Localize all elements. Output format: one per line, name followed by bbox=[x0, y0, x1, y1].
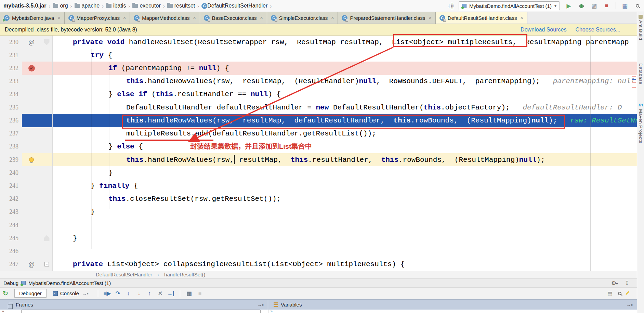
breadcrumb-item-executor[interactable]: executor bbox=[132, 3, 160, 9]
gutter-icons[interactable] bbox=[22, 245, 41, 258]
fold-minus-icon[interactable]: − bbox=[44, 262, 49, 266]
editor-tab[interactable]: CSimpleExecutor.class× bbox=[267, 12, 338, 24]
stripe-mark[interactable] bbox=[632, 76, 636, 77]
fold-gutter[interactable] bbox=[41, 114, 53, 127]
fold-gutter[interactable] bbox=[41, 49, 53, 62]
editor-tab[interactable]: CMybatisDemo.java× bbox=[0, 12, 65, 24]
chevron-right-icon[interactable]: » bbox=[2, 310, 4, 313]
gutter-icons[interactable] bbox=[22, 75, 41, 88]
close-icon[interactable]: × bbox=[429, 15, 432, 21]
chevron-right-icon[interactable]: » bbox=[270, 310, 273, 313]
gear-icon[interactable]: ⚙▾ bbox=[611, 280, 618, 286]
fold-gutter[interactable] bbox=[41, 127, 53, 140]
bytecode-sort-icon[interactable]: ↓011001 bbox=[448, 2, 454, 10]
popout-icon[interactable]: →▪ bbox=[257, 302, 264, 308]
debug-button[interactable] bbox=[578, 2, 585, 10]
breadcrumb-item-ibatis[interactable]: ibatis bbox=[106, 3, 126, 9]
editor-tab[interactable]: CBaseExecutor.class× bbox=[200, 12, 267, 24]
search-icon[interactable] bbox=[634, 2, 641, 10]
code-text[interactable]: this.handleRowValues(rsw, resultMap, def… bbox=[53, 114, 637, 127]
editor-tab[interactable]: CDefaultResultSetHandler.class× bbox=[436, 12, 527, 24]
breakpoint-icon[interactable]: ✓ bbox=[28, 65, 35, 71]
fold-gutter[interactable] bbox=[41, 245, 53, 258]
fold-close-icon[interactable] bbox=[44, 235, 50, 241]
code-text[interactable] bbox=[53, 245, 637, 258]
tab-debugger[interactable]: Debugger bbox=[14, 289, 47, 298]
fold-gutter[interactable] bbox=[41, 232, 53, 245]
code-text[interactable]: private void handleResultSet(ResultSetWr… bbox=[53, 36, 637, 49]
fold-open-icon[interactable] bbox=[44, 39, 50, 45]
tab-console[interactable]: ›_ Console →▪ bbox=[48, 289, 93, 298]
code-text[interactable]: this.handleRowValues(rsw, resultMap, (Re… bbox=[53, 75, 637, 88]
thread-dump-icon[interactable]: ▤ bbox=[607, 290, 613, 297]
run-config-select[interactable]: MybatisDemo.findAllAccountTest (1) ▾ bbox=[459, 1, 560, 10]
gutter-icons[interactable] bbox=[22, 179, 41, 192]
trace-stream-icon[interactable]: ≡ bbox=[195, 289, 205, 298]
search-class-icon[interactable] bbox=[618, 290, 621, 297]
gutter-icons[interactable]: @ bbox=[22, 36, 41, 49]
fold-gutter[interactable] bbox=[41, 62, 53, 75]
evaluate-expression-icon[interactable]: ▦ bbox=[185, 289, 194, 298]
fold-gutter[interactable] bbox=[41, 206, 53, 219]
gutter-icons[interactable] bbox=[22, 114, 41, 127]
breadcrumb-item-apache[interactable]: apache bbox=[75, 3, 100, 9]
show-execution-point-icon[interactable]: ≡▶ bbox=[103, 289, 112, 298]
fold-gutter[interactable]: − bbox=[41, 258, 53, 271]
gutter-icons[interactable] bbox=[22, 127, 41, 140]
breadcrumb-class[interactable]: DefaultResultSetHandler bbox=[96, 272, 152, 277]
force-step-into-icon[interactable]: ↓ bbox=[134, 289, 144, 298]
code-text[interactable]: } bbox=[53, 166, 637, 179]
code-text[interactable]: } else { bbox=[53, 140, 637, 153]
breadcrumb-item-org[interactable]: org bbox=[53, 3, 68, 9]
code-text[interactable]: } bbox=[53, 206, 637, 219]
code-text[interactable] bbox=[53, 219, 637, 232]
fold-gutter[interactable] bbox=[41, 88, 53, 101]
tool-button-database[interactable]: Database bbox=[638, 63, 643, 84]
gutter-icons[interactable] bbox=[22, 193, 41, 206]
gutter-icons[interactable]: ✓ bbox=[22, 62, 41, 75]
code-editor[interactable]: 230@private void handleResultSet(ResultS… bbox=[0, 36, 637, 271]
threads-dropdown[interactable] bbox=[21, 310, 261, 313]
step-over-icon[interactable]: ↷ bbox=[113, 289, 122, 298]
fold-gutter[interactable] bbox=[41, 219, 53, 232]
gutter-icons[interactable] bbox=[22, 49, 41, 62]
fold-gutter[interactable] bbox=[41, 153, 53, 166]
stripe-mark-exec[interactable] bbox=[632, 79, 636, 80]
fold-gutter[interactable] bbox=[41, 36, 53, 49]
code-text[interactable]: DefaultResultHandler defaultResultHandle… bbox=[53, 101, 637, 114]
code-text[interactable]: this.handleRowValues(rsw, resultMap, thi… bbox=[53, 153, 637, 166]
close-icon[interactable]: × bbox=[331, 15, 334, 21]
fold-gutter[interactable] bbox=[41, 193, 53, 206]
popout-icon[interactable]: →▪ bbox=[626, 302, 633, 308]
code-text[interactable]: private List<Object> collapseSingleResul… bbox=[53, 258, 637, 271]
code-text[interactable]: this.closeResultSet(rsw.getResultSet()); bbox=[53, 193, 637, 206]
breadcrumb-root[interactable]: mybatis-3.5.0.jar bbox=[3, 3, 46, 9]
download-sources-link[interactable]: Download Sources bbox=[521, 27, 566, 33]
close-icon[interactable]: × bbox=[520, 15, 523, 21]
breadcrumb-method[interactable]: handleResultSet() bbox=[164, 272, 205, 277]
gutter-icons[interactable] bbox=[22, 101, 41, 114]
pencil-icon[interactable] bbox=[627, 290, 628, 297]
editor-tab[interactable]: CMapperProxy.class× bbox=[65, 12, 130, 24]
code-text[interactable]: multipleResults.add(defaultResultHandler… bbox=[53, 127, 637, 140]
stripe-mark[interactable] bbox=[632, 82, 636, 83]
rerun-icon[interactable]: ↻ bbox=[3, 289, 8, 297]
code-text[interactable]: } bbox=[53, 232, 637, 245]
gutter-icons[interactable] bbox=[22, 232, 41, 245]
close-icon[interactable]: × bbox=[260, 15, 263, 21]
step-out-icon[interactable]: ↑ bbox=[145, 289, 154, 298]
gutter-icons[interactable] bbox=[22, 88, 41, 101]
gutter-icons[interactable] bbox=[22, 206, 41, 219]
editor-tab[interactable]: CPreparedStatementHandler.class× bbox=[338, 12, 435, 24]
choose-sources-link[interactable]: Choose Sources... bbox=[575, 27, 620, 33]
stop-button[interactable]: ■ bbox=[603, 2, 610, 10]
tool-button-maven-projects[interactable]: Maven Projects bbox=[638, 109, 643, 143]
gutter-icons[interactable] bbox=[22, 140, 41, 153]
frames-panel-header[interactable]: Frames →▪ bbox=[0, 300, 268, 310]
tool-button-ant-build[interactable]: Ant Build bbox=[638, 20, 643, 40]
gutter-icons[interactable] bbox=[22, 219, 41, 232]
close-icon[interactable]: × bbox=[193, 15, 196, 21]
layout-grid-icon[interactable]: ▦ bbox=[621, 2, 629, 10]
breadcrumb-item-class[interactable]: C DefaultResultSetHandler bbox=[201, 3, 267, 9]
stripe-mark[interactable] bbox=[632, 87, 636, 88]
